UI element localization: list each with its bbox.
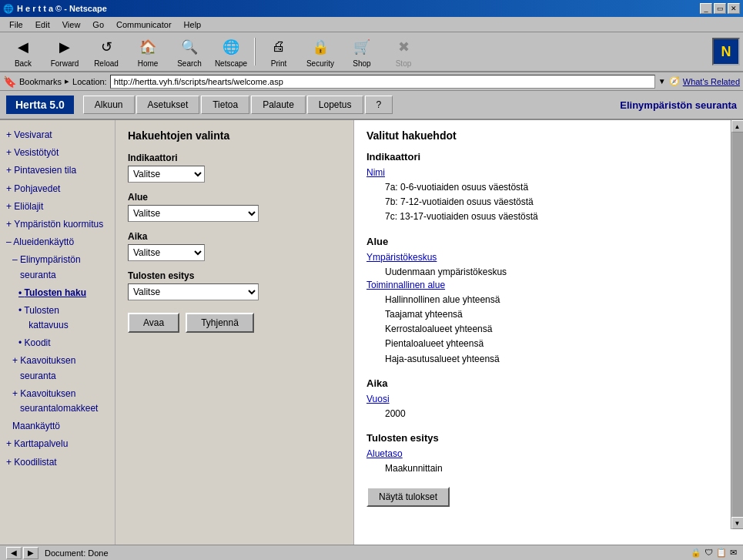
sidebar-item-tulosten-kattavuus[interactable]: • Tulosten kattavuus (3, 302, 112, 334)
status-text: Document: Done (45, 548, 109, 558)
tab-tietoa[interactable]: Tietoa (201, 96, 249, 114)
form-title: Hakuehtojen valinta (128, 129, 341, 142)
aika-select[interactable]: Valitse (128, 244, 205, 261)
aika-section: Aika Vuosi 2000 (366, 377, 731, 421)
sidebar-item-eliolajit[interactable]: + Eliölajit (3, 198, 112, 216)
search-icon: 🔍 (179, 36, 200, 58)
menu-communicator[interactable]: Communicator (110, 18, 178, 31)
indikaattori-select[interactable]: Valitse (128, 166, 205, 183)
aluetaso-link[interactable]: Aluetaso (366, 448, 731, 459)
forward-icon: ▶ (54, 36, 75, 58)
home-button[interactable]: 🏠 Home (128, 34, 168, 69)
alue-subitem-3: Pientaloalueet yhteensä (366, 337, 731, 351)
forward-button[interactable]: ▶ Forward (45, 34, 85, 69)
security-button[interactable]: 🔒 Security (300, 34, 340, 69)
sidebar-item-koodit[interactable]: • Koodit (3, 334, 112, 352)
sidebar-item-kaavoituksen-seuranta[interactable]: + Kaavoituksen seuranta (3, 352, 112, 384)
reload-button[interactable]: ↺ Reload (86, 34, 126, 69)
search-button[interactable]: 🔍 Search (169, 34, 209, 69)
vuosi-link[interactable]: Vuosi (366, 394, 731, 404)
indikaattori-section: Indikaattori Nimi 7a: 0-6-vuotiaiden osu… (366, 151, 731, 225)
location-bar: 🔖 Bookmarks ▸ Location: ▼ 🧭 What's Relat… (0, 72, 743, 91)
indikaattori-item-1: 7b: 7-12-vuotiaiden osuus väestöstä (366, 195, 731, 210)
menu-help[interactable]: Help (178, 18, 208, 31)
bookmarks-label[interactable]: Bookmarks (19, 77, 62, 86)
tab-asetukset[interactable]: Asetukset (136, 96, 200, 114)
tulosten-value: Maakunnittain (366, 461, 731, 476)
close-button[interactable]: ✕ (728, 3, 740, 14)
tab-lopetus[interactable]: Lopetus (307, 96, 363, 114)
sidebar-item-ympariston[interactable]: + Ympäristön kuormitus (3, 216, 112, 233)
nayta-tulokset-button[interactable]: Näytä tulokset (366, 487, 450, 507)
tulosten-group: Tulosten esitys Valitse (128, 270, 341, 300)
tab-palaute[interactable]: Palaute (251, 96, 306, 114)
title-bar: 🌐 H e r t t a © - Netscape _ ▭ ✕ (0, 0, 743, 17)
tulosten-label: Tulosten esitys (128, 270, 341, 281)
alue-subitem-4: Haja-asutusalueet yhteensä (366, 352, 731, 367)
shop-label: Shop (353, 59, 370, 68)
status-bar: ◀ ▶ Document: Done 🔒 🛡 📋 ✉ (0, 545, 743, 560)
alue-group: Alue Valitse (128, 192, 341, 222)
ymparistokeskus-link[interactable]: Ympäristökeskus (366, 252, 731, 263)
window-title: H e r t t a © - Netscape (17, 4, 107, 13)
sidebar-item-maankaytto[interactable]: Maankäyttö (3, 417, 112, 435)
tab-help[interactable]: ? (365, 96, 393, 114)
sidebar-item-pohjavedet[interactable]: + Pohjavedet (3, 180, 112, 198)
alue-section: Alue Ympäristökeskus Uudenmaan ympäristö… (366, 236, 731, 367)
sidebar-item-karttapalvelu[interactable]: + Karttapalvelu (3, 435, 112, 453)
menu-view[interactable]: View (56, 18, 87, 31)
status-nav: ◀ ▶ (6, 547, 38, 559)
netscape-icon: 🌐 (220, 36, 242, 58)
home-label: Home (138, 59, 159, 68)
location-label: Location: (72, 77, 107, 86)
alue-subitem-1: Taajamat yhteensä (366, 307, 731, 322)
security-icon: 🔒 (310, 36, 331, 58)
indikaattori-link[interactable]: Nimi (366, 167, 731, 178)
shop-icon: 🛒 (351, 36, 373, 58)
stop-button[interactable]: ✖ Stop (383, 34, 423, 69)
sidebar-item-pintavesien[interactable]: + Pintavesien tila (3, 162, 112, 179)
sidebar-item-elinympariston[interactable]: – Elinympäristön seuranta (3, 251, 112, 283)
restore-button[interactable]: ▭ (714, 3, 726, 14)
app-header: Hertta 5.0 Alkuun Asetukset Tietoa Palau… (0, 91, 743, 120)
dropdown-icon[interactable]: ▼ (658, 77, 666, 86)
compass-icon: 🧭 (669, 76, 680, 86)
toiminnallinen-alue-link[interactable]: Toiminnallinen alue (366, 280, 731, 290)
sidebar-item-koodilistat[interactable]: + Koodilistat (3, 454, 112, 471)
back-button[interactable]: ◀ Back (3, 34, 43, 69)
forward-label: Forward (51, 59, 79, 68)
menu-file[interactable]: File (3, 18, 29, 31)
alue-select[interactable]: Valitse (128, 205, 259, 222)
app-logo: Hertta 5.0 (6, 96, 74, 114)
status-forward-button[interactable]: ▶ (23, 547, 38, 559)
sidebar-item-vesistotypt[interactable]: + Vesistötyöt (3, 144, 112, 162)
app-title: Elinympäristön seuranta (620, 99, 737, 111)
print-button[interactable]: 🖨 Print (259, 34, 299, 69)
shop-button[interactable]: 🛒 Shop (342, 34, 382, 69)
netscape-button[interactable]: 🌐 Netscape (211, 34, 251, 69)
sidebar-item-tulosten-haku[interactable]: Tulosten haku (3, 284, 112, 302)
whats-related-link[interactable]: What's Related (683, 77, 740, 86)
tab-alkuun[interactable]: Alkuun (83, 96, 135, 114)
indikaattori-item-2: 7c: 13-17-vuotiaiden osuus väestöstä (366, 210, 731, 224)
sidebar-item-alueidenkaytto[interactable]: – Alueidenkäyttö (3, 233, 112, 251)
scroll-up-button[interactable]: ▲ (731, 120, 744, 132)
avaa-button[interactable]: Avaa (128, 313, 179, 333)
toolbar: ◀ Back ▶ Forward ↺ Reload 🏠 Home 🔍 Searc… (0, 32, 743, 72)
menu-edit[interactable]: Edit (29, 18, 56, 31)
sidebar-item-kaavoituksen-lomakkeet[interactable]: + Kaavoituksen seurantalomakkeet (3, 385, 112, 417)
title-bar-left: 🌐 H e r t t a © - Netscape (3, 4, 107, 14)
scroll-down-button[interactable]: ▼ (731, 517, 744, 529)
menu-go[interactable]: Go (86, 18, 110, 31)
indikaattori-item-0: 7a: 0-6-vuotiaiden osuus väestöstä (366, 180, 731, 195)
aika-value: 2000 (366, 407, 731, 421)
status-back-button[interactable]: ◀ (6, 547, 22, 559)
url-input[interactable] (110, 75, 655, 89)
sidebar-item-vesivarat[interactable]: + Vesivarat (3, 126, 112, 144)
tulosten-select[interactable]: Valitse (128, 283, 259, 300)
main-area: + Vesivarat + Vesistötyöt + Pintavesien … (0, 120, 743, 545)
scroll-track[interactable] (732, 132, 743, 517)
app-container: Hertta 5.0 Alkuun Asetukset Tietoa Palau… (0, 91, 743, 545)
tyhjenna-button[interactable]: Tyhjennä (186, 313, 254, 333)
minimize-button[interactable]: _ (700, 3, 712, 14)
